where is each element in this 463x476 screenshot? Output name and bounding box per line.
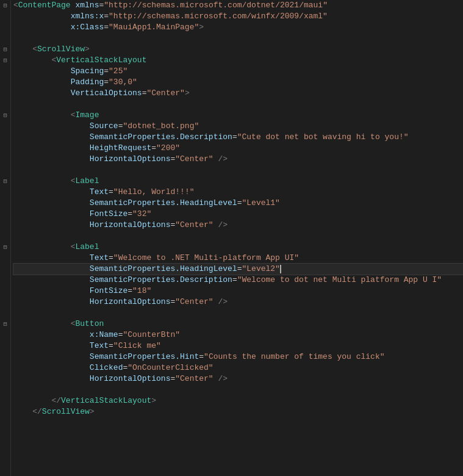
code-line-37[interactable]: </VerticalStackLayout> — [13, 395, 463, 406]
code-line-9[interactable]: VerticalOptions="Center"> — [13, 88, 463, 99]
token-tag-bracket: </ — [51, 395, 61, 406]
text-cursor — [280, 265, 281, 273]
code-line-19[interactable]: SemanticProperties.HeadingLevel="Level1" — [13, 198, 463, 209]
token-attr-equals: = — [170, 154, 175, 165]
token-attr-name: xmlns:x — [71, 11, 104, 22]
code-line-7[interactable]: Spacing="25" — [13, 66, 463, 77]
code-line-25[interactable]: SemanticProperties.HeadingLevel="Level2" — [13, 264, 463, 275]
code-line-10[interactable] — [13, 99, 463, 110]
indent-space — [13, 373, 90, 384]
token-attr-name: Source — [90, 121, 118, 132]
code-line-36[interactable] — [13, 384, 463, 395]
indent-space — [13, 66, 71, 77]
code-line-22[interactable] — [13, 231, 463, 242]
token-attr-value: "Click me" — [113, 341, 161, 352]
indent-space — [13, 406, 32, 417]
token-attr-equals: = — [232, 132, 237, 143]
code-line-29[interactable] — [13, 308, 463, 319]
fold-icon-line-2 — [1, 11, 10, 22]
token-attr-name: Padding — [71, 77, 104, 88]
token-attr-name: Text — [90, 253, 109, 264]
token-text-content — [71, 0, 76, 11]
indent-space — [13, 395, 51, 406]
code-line-31[interactable]: x:Name="CounterBtn" — [13, 330, 463, 341]
fold-icon-line-31 — [1, 330, 10, 341]
token-attr-equals: = — [199, 352, 204, 362]
code-line-30[interactable]: <Button — [13, 319, 463, 330]
code-line-33[interactable]: SemanticProperties.Hint="Counts the numb… — [13, 352, 463, 362]
fold-icon-line-30[interactable]: ⊟ — [1, 319, 10, 330]
code-line-14[interactable]: HeightRequest="200" — [13, 143, 463, 154]
code-line-26[interactable]: SemanticProperties.Description="Welcome … — [13, 275, 463, 286]
token-attr-equals: = — [237, 264, 242, 275]
code-line-28[interactable]: HorizontalOptions="Center" /> — [13, 297, 463, 308]
code-line-8[interactable]: Padding="30,0" — [13, 77, 463, 88]
token-attr-value: "30,0" — [109, 77, 137, 88]
code-line-16[interactable] — [13, 165, 463, 176]
token-attr-name: FontSize — [90, 209, 127, 220]
token-attr-name: FontSize — [90, 286, 127, 297]
fold-icon-line-6[interactable]: ⊟ — [1, 55, 10, 66]
code-line-15[interactable]: HorizontalOptions="Center" /> — [13, 154, 463, 165]
fold-icon-line-26 — [1, 275, 10, 286]
token-attr-value: "200" — [156, 143, 180, 154]
indent-space — [13, 132, 90, 143]
token-attr-name: Text — [90, 341, 109, 352]
code-line-21[interactable]: HorizontalOptions="Center" /> — [13, 220, 463, 231]
code-line-18[interactable]: Text="Hello, World!!!" — [13, 187, 463, 198]
token-tag-name: Button — [75, 319, 104, 330]
token-attr-equals: = — [123, 362, 127, 373]
code-line-5[interactable]: <ScrollView> — [13, 44, 463, 55]
fold-icon-line-11[interactable]: ⊟ — [1, 110, 10, 121]
indent-space — [13, 187, 90, 198]
indent-space — [13, 352, 90, 362]
token-attr-equals: = — [109, 341, 113, 352]
token-tag-bracket: < — [13, 0, 18, 11]
indent-space — [13, 297, 90, 308]
fold-icon-line-5[interactable]: ⊟ — [1, 44, 10, 55]
token-tag-name: Label — [75, 176, 99, 187]
indent-space — [13, 176, 71, 187]
token-attr-value: "32" — [132, 209, 151, 220]
code-line-20[interactable]: FontSize="32" — [13, 209, 463, 220]
code-line-1[interactable]: <ContentPage xmlns="http://schemas.micro… — [13, 0, 463, 11]
code-line-17[interactable]: <Label — [13, 176, 463, 187]
token-attr-value: "18" — [132, 286, 151, 297]
code-line-34[interactable]: Clicked="OnCounterClicked" — [13, 362, 463, 373]
code-line-11[interactable]: <Image — [13, 110, 463, 121]
token-attr-value: "Center" — [175, 373, 213, 384]
token-tag-bracket: < — [32, 44, 37, 55]
fold-icon-line-24 — [1, 253, 10, 264]
token-attr-name: SemanticProperties.HeadingLevel — [90, 264, 237, 275]
code-line-23[interactable]: <Label — [13, 242, 463, 253]
indent-space — [13, 286, 90, 297]
fold-icon-line-16 — [1, 165, 10, 176]
fold-icon-line-1[interactable]: ⊟ — [1, 0, 10, 11]
token-attr-equals: = — [109, 187, 113, 198]
code-line-2[interactable]: xmlns:x="http://schemas.microsoft.com/wi… — [13, 11, 463, 22]
code-line-4[interactable] — [13, 33, 463, 44]
indent-space — [13, 22, 71, 33]
code-line-35[interactable]: HorizontalOptions="Center" /> — [13, 373, 463, 384]
token-slash: /> — [218, 220, 228, 231]
fold-icon-line-17[interactable]: ⊟ — [1, 176, 10, 187]
code-line-6[interactable]: <VerticalStackLayout — [13, 55, 463, 66]
token-attr-name: SemanticProperties.HeadingLevel — [90, 198, 237, 209]
token-tag-name: Image — [75, 110, 99, 121]
code-line-27[interactable]: FontSize="18" — [13, 286, 463, 297]
fold-icon-line-21 — [1, 220, 10, 231]
code-line-38[interactable]: </ScrollView> — [13, 406, 463, 417]
code-area[interactable]: <ContentPage xmlns="http://schemas.micro… — [11, 0, 463, 476]
token-attr-value: "Level1" — [242, 198, 279, 209]
indent-space — [13, 319, 71, 330]
code-line-12[interactable]: Source="dotnet_bot.png" — [13, 121, 463, 132]
code-line-13[interactable]: SemanticProperties.Description="Cute dot… — [13, 132, 463, 143]
token-attr-equals: = — [170, 220, 175, 231]
fold-icon-line-3 — [1, 22, 10, 33]
code-line-24[interactable]: Text="Welcome to .NET Multi-platform App… — [13, 253, 463, 264]
fold-icon-line-23[interactable]: ⊟ — [1, 242, 10, 253]
indent-space — [13, 275, 90, 286]
code-line-32[interactable]: Text="Click me" — [13, 341, 463, 352]
token-tag-name: ScrollView — [37, 44, 85, 55]
code-line-3[interactable]: x:Class="MauiApp1.MainPage"> — [13, 22, 463, 33]
